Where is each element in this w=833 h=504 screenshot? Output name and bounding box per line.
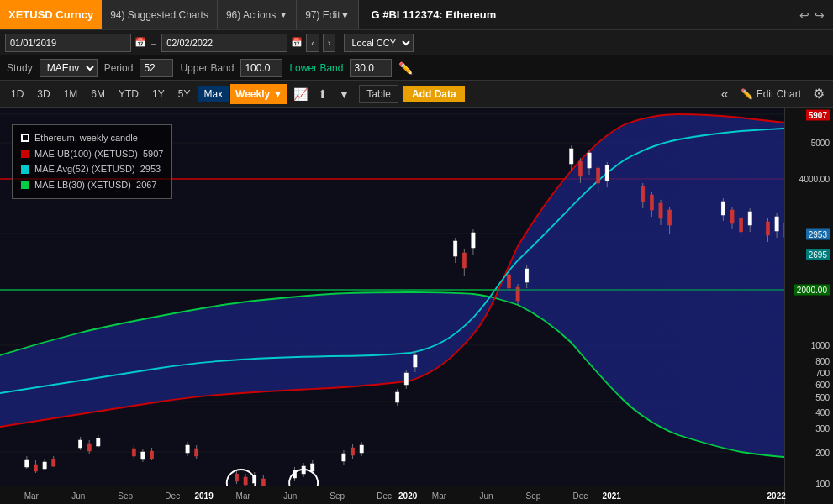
- x-label-2022: 2022: [767, 491, 786, 501]
- x-label-dec-2021: Dec: [573, 491, 588, 501]
- svg-rect-67: [507, 275, 510, 288]
- chart-area: 5907 5000 4000.00 2953 2695 2000.00 1000…: [0, 108, 833, 504]
- price-label-100: 100: [815, 480, 830, 489]
- x-label-mar-2019: Mar: [24, 491, 39, 501]
- study-select[interactable]: MAEnv: [40, 59, 98, 77]
- svg-rect-35: [235, 474, 238, 481]
- start-date-input[interactable]: [5, 34, 131, 52]
- svg-rect-79: [597, 168, 600, 183]
- line-chart-icon[interactable]: 📈: [289, 86, 312, 102]
- svg-rect-53: [360, 445, 363, 453]
- svg-rect-33: [195, 449, 198, 456]
- svg-rect-93: [730, 210, 734, 223]
- svg-rect-49: [342, 454, 345, 461]
- svg-rect-65: [472, 233, 475, 248]
- actions-arrow: ▼: [279, 10, 287, 19]
- upper-band-input[interactable]: [240, 59, 282, 77]
- svg-rect-101: [775, 217, 778, 231]
- edit-btn[interactable]: 97) Edit ▼: [297, 0, 359, 29]
- x-label-dec-2019: Dec: [165, 491, 180, 501]
- period-input[interactable]: [140, 59, 173, 77]
- x-label-sep-2021: Sep: [526, 491, 541, 501]
- price-label-4000: 4000.00: [799, 174, 830, 183]
- svg-rect-75: [578, 161, 582, 176]
- top-bar: XETUSD Curncy 94) Suggested Charts 96) A…: [0, 0, 833, 30]
- svg-rect-27: [141, 452, 145, 459]
- svg-rect-23: [97, 438, 100, 446]
- y-axis: 5907 5000 4000.00 2953 2695 2000.00 1000…: [784, 108, 833, 504]
- actions-btn[interactable]: 96) Actions ▼: [218, 0, 297, 29]
- svg-rect-11: [25, 460, 29, 467]
- collapse-btn[interactable]: «: [718, 87, 732, 102]
- tf-3d[interactable]: 3D: [31, 86, 55, 102]
- study-bar: Study MAEnv Period Upper Band Lower Band…: [0, 55, 833, 81]
- svg-rect-99: [766, 222, 769, 235]
- legend-text-avg: MAE Avg(52) (XETUSD) 2953: [34, 161, 161, 177]
- calendar-icon-2: 📅: [291, 37, 303, 48]
- legend-item-candle: Ethereum, weekly candle: [21, 130, 163, 146]
- svg-rect-29: [150, 451, 153, 459]
- x-label-mar-2020: Mar: [236, 491, 250, 501]
- redo-btn[interactable]: ↪: [815, 8, 825, 22]
- tf-1d[interactable]: 1D: [5, 86, 29, 102]
- legend-text-candle: Ethereum, weekly candle: [34, 130, 138, 146]
- edit-chart-btn[interactable]: ✏️ Edit Chart: [734, 86, 808, 102]
- svg-rect-89: [667, 210, 671, 225]
- svg-rect-85: [650, 195, 653, 210]
- svg-rect-61: [454, 241, 457, 256]
- period-label: Period: [104, 62, 134, 74]
- svg-rect-19: [78, 440, 82, 448]
- svg-rect-13: [34, 465, 37, 471]
- svg-rect-95: [739, 218, 742, 232]
- bar-chart-icon[interactable]: ⬆: [314, 86, 332, 102]
- edit-arrow: ▼: [340, 9, 351, 21]
- end-date-input[interactable]: [161, 34, 287, 52]
- tf-ytd[interactable]: YTD: [113, 86, 145, 102]
- svg-rect-97: [748, 212, 751, 225]
- tf-6m[interactable]: 6M: [85, 86, 111, 102]
- x-label-jun-2021: Jun: [479, 491, 493, 501]
- svg-rect-57: [404, 373, 408, 385]
- svg-rect-55: [396, 392, 399, 402]
- x-label-2020: 2020: [398, 491, 417, 501]
- prev-date-btn[interactable]: ‹: [306, 34, 319, 52]
- tf-1y[interactable]: 1Y: [146, 86, 171, 102]
- legend-dot-ub: [21, 150, 29, 158]
- legend-item-avg: MAE Avg(52) (XETUSD) 2953: [21, 161, 163, 177]
- svg-rect-37: [244, 477, 247, 485]
- lower-band-input[interactable]: [350, 59, 392, 77]
- date-bar: 📅 – 📅 ‹ › Local CCY: [0, 30, 833, 55]
- x-label-mar-2021: Mar: [432, 491, 446, 501]
- type-select-icon[interactable]: ▼: [334, 86, 354, 102]
- upper-band-label: Upper Band: [180, 62, 234, 74]
- calendar-icon: 📅: [134, 37, 146, 48]
- edit-chart-pencil-icon: ✏️: [741, 88, 753, 100]
- suggested-charts-btn[interactable]: 94) Suggested Charts: [102, 0, 218, 29]
- tf-max[interactable]: Max: [198, 86, 229, 102]
- svg-rect-77: [588, 153, 591, 168]
- svg-rect-31: [186, 445, 189, 453]
- price-label-2695: 2695: [806, 249, 830, 260]
- x-label-dec-2020: Dec: [377, 491, 392, 501]
- svg-rect-73: [570, 149, 573, 164]
- next-date-btn[interactable]: ›: [323, 34, 336, 52]
- price-label-5000: 5000: [811, 139, 830, 148]
- add-data-btn[interactable]: Add Data: [403, 86, 465, 102]
- period-select-btn[interactable]: Weekly ▼: [230, 84, 287, 104]
- svg-rect-15: [43, 462, 46, 469]
- tf-5y[interactable]: 5Y: [172, 86, 197, 102]
- price-label-600: 600: [815, 381, 830, 390]
- price-label-2000: 2000.00: [794, 285, 830, 296]
- price-label-400: 400: [815, 408, 830, 417]
- undo-btn[interactable]: ↩: [799, 8, 809, 22]
- settings-btn[interactable]: ⚙: [809, 86, 828, 102]
- edit-study-icon[interactable]: ✏️: [398, 61, 413, 75]
- legend-dot-candle: [21, 134, 29, 142]
- ccy-select[interactable]: Local CCY: [344, 34, 414, 52]
- edit-chart-label: Edit Chart: [757, 88, 801, 100]
- x-label-2019: 2019: [194, 491, 213, 501]
- table-btn[interactable]: Table: [359, 85, 398, 103]
- tf-1m[interactable]: 1M: [58, 86, 84, 102]
- lower-band-label: Lower Band: [289, 62, 343, 74]
- x-label-sep-2020: Sep: [330, 491, 345, 501]
